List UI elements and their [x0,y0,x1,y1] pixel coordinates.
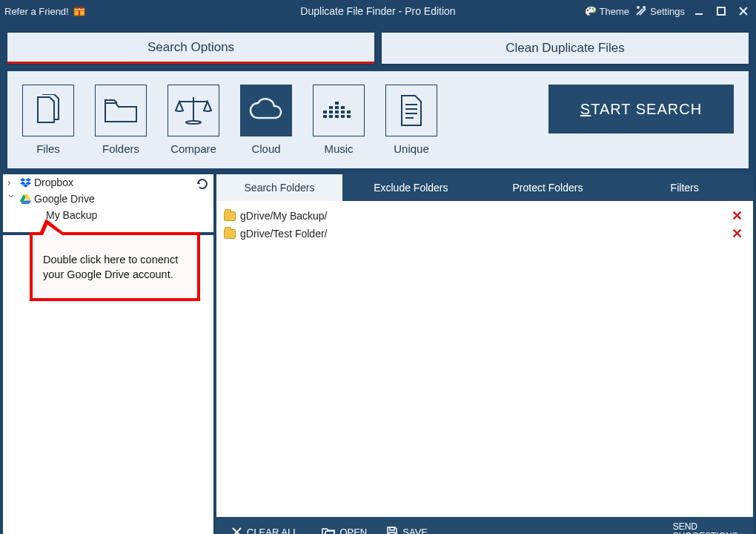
folder-config-panel: Search Folders Exclude Folders Protect F… [216,174,753,534]
titlebar: Refer a Friend! Duplicate File Finder - … [0,0,756,22]
svg-rect-22 [329,106,333,109]
cloud-services-tree: › Dropbox › Google Drive My Backup [3,174,213,232]
svg-rect-26 [335,102,339,105]
subtab-exclude-folders[interactable]: Exclude Folders [342,174,480,201]
list-item[interactable]: gDrive/Test Folder/ ✕ [224,225,746,243]
tree-item-my-backup[interactable]: My Backup [3,207,213,223]
save-label: SAVE [402,527,428,535]
folder-icon [104,97,138,124]
equalizer-icon [323,97,354,124]
files-icon [33,94,63,127]
svg-point-5 [586,10,588,12]
clear-icon [231,527,242,535]
svg-point-9 [643,6,646,9]
svg-rect-30 [347,115,351,118]
subtab-protect-folders-label: Protect Folders [513,182,583,194]
clear-all-label: CLEAR ALL [247,527,298,535]
tree-empty-area: Double click here to conenct your Google… [3,235,213,534]
minimize-button[interactable] [691,4,707,18]
category-folders[interactable]: Folders [95,85,147,155]
open-button[interactable]: OPEN [314,517,374,534]
tab-search-options-label: Search Options [147,40,234,55]
send-suggestions-link[interactable]: SEND SUGGESTIONS > [673,522,746,534]
svg-rect-31 [347,111,351,113]
remove-folder-button[interactable]: ✕ [729,225,746,242]
svg-point-8 [593,10,595,13]
bottom-toolbar: CLEAR ALL OPEN SAVE SEND SUGGESTIONS > [216,517,753,534]
svg-rect-20 [329,115,333,118]
category-unique[interactable]: Unique [385,85,437,155]
category-compare-label: Compare [170,142,216,155]
open-folder-icon [322,527,335,534]
subtab-filters[interactable]: Filters [616,174,753,201]
remove-folder-button[interactable]: ✕ [729,208,746,224]
dropbox-icon [19,177,31,188]
tab-clean-duplicates-label: Clean Duplicate Files [505,41,625,56]
svg-point-17 [186,121,201,124]
cloud-tree-panel: › Dropbox › Google Drive My Backup [3,174,213,534]
svg-point-6 [588,7,591,10]
svg-rect-21 [329,111,333,113]
search-folders-list: gDrive/My Backup/ ✕ gDrive/Test Folder/ … [216,201,753,517]
chevron-down-icon: › [6,194,18,203]
subtab-search-folders[interactable]: Search Folders [216,174,342,201]
category-toolbar: Files Folders Compare Cloud Music [7,71,749,168]
svg-rect-24 [335,111,339,113]
category-files[interactable]: Files [22,85,74,155]
settings-button[interactable]: Settings [635,6,685,17]
refresh-button[interactable] [196,177,209,191]
category-cloud-label: Cloud [251,142,280,155]
refer-label: Refer a Friend! [4,6,69,17]
clear-all-button[interactable]: CLEAR ALL [224,517,305,534]
help-callout-text: Double click here to conenct your Google… [43,254,178,280]
open-label: OPEN [339,527,367,535]
scales-icon [175,96,212,125]
save-icon [386,526,398,534]
category-cloud[interactable]: Cloud [240,85,292,155]
svg-rect-27 [341,115,345,118]
category-music[interactable]: Music [313,85,365,155]
tree-item-google-drive-label: Google Drive [34,193,95,205]
maximize-button[interactable] [713,4,729,18]
folder-path-label: gDrive/Test Folder/ [240,228,724,240]
svg-rect-18 [323,115,327,118]
tab-search-options[interactable]: Search Options [7,33,374,64]
google-drive-icon [19,193,31,205]
tab-clean-duplicates[interactable]: Clean Duplicate Files [382,33,749,64]
svg-point-10 [637,6,640,9]
refer-a-friend-link[interactable]: Refer a Friend! [4,6,85,17]
folder-subtab-bar: Search Folders Exclude Folders Protect F… [216,174,753,201]
cloud-icon [248,97,285,124]
svg-rect-29 [341,106,345,109]
category-folders-label: Folders [102,142,139,155]
save-button[interactable]: SAVE [379,517,435,534]
main-tab-bar: Search Options Clean Duplicate Files [0,22,756,68]
list-item[interactable]: gDrive/My Backup/ ✕ [224,207,746,225]
tools-icon [635,6,647,16]
close-button[interactable] [735,4,752,18]
tree-item-dropbox[interactable]: › Dropbox [3,174,213,191]
folder-path-label: gDrive/My Backup/ [240,210,724,222]
tree-item-dropbox-label: Dropbox [34,177,73,188]
category-compare[interactable]: Compare [168,85,219,155]
subtab-search-folders-label: Search Folders [245,182,315,194]
document-icon [399,94,424,127]
svg-rect-47 [390,527,394,530]
svg-marker-37 [25,178,31,182]
settings-label: Settings [650,6,685,17]
palette-icon [585,6,597,16]
tree-item-google-drive[interactable]: › Google Drive [3,191,213,207]
category-unique-label: Unique [394,142,429,155]
folder-small-icon [224,211,236,221]
theme-label: Theme [600,6,629,17]
subtab-protect-folders[interactable]: Protect Folders [480,174,617,201]
svg-marker-36 [20,178,26,182]
svg-rect-23 [335,115,339,118]
category-music-label: Music [324,142,353,155]
theme-button[interactable]: Theme [585,6,629,17]
category-files-label: Files [36,142,60,155]
start-search-button[interactable]: START SEARCH [548,85,734,134]
chevron-right-icon: › [7,177,16,188]
subtab-filters-label: Filters [671,182,699,194]
svg-rect-19 [323,111,327,113]
